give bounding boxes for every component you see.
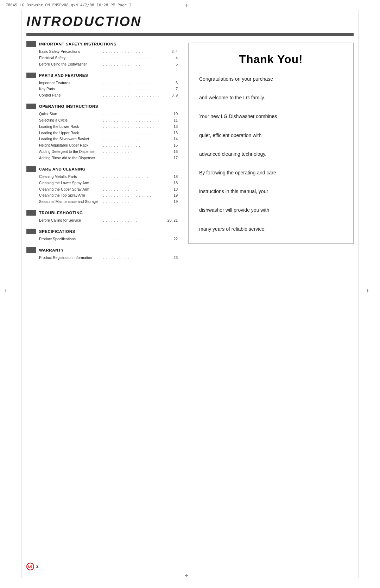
page-footer: LG 2 [26, 563, 39, 570]
toc-entry: Seasonal Maintenance and Storage . . . .… [39, 199, 178, 205]
title-bar [26, 33, 354, 36]
thank-you-box: Thank You! Congratulations on your purch… [188, 43, 354, 244]
toc-entries-troubleshooting: Before Calling for Service . . . . . . .… [39, 217, 178, 224]
thank-you-text: Congratulations on your purchase and wel… [199, 74, 343, 234]
reg-mark-right [367, 291, 374, 298]
page-number: 2 [36, 564, 39, 569]
section-header-warranty: WARRANTY [26, 247, 178, 253]
section-bar-care [26, 166, 36, 172]
section-header-troubleshooting: TROUBLESHOOTING [26, 210, 178, 216]
section-title-parts: PARTS AND FEATURES [39, 73, 88, 78]
section-title-warranty: WARRANTY [39, 248, 64, 252]
section-title-specifications: SPECIFICATIONS [39, 229, 75, 234]
toc-entry: Selecting a Cycle . . . . . . . . . . . … [39, 117, 178, 124]
toc-entry: Before Calling for Service . . . . . . .… [39, 217, 178, 224]
section-header-specifications: SPECIFICATIONS [26, 229, 178, 234]
section-title-care: CARE AND CLEANING [39, 167, 86, 171]
toc-entry: Loading the Upper Rack . . . . . . . . .… [39, 130, 178, 136]
reg-mark-top [186, 6, 194, 13]
section-bar-specifications [26, 229, 36, 234]
toc-entries-parts: Important Features . . . . . . . . . . .… [39, 80, 178, 99]
section-bar-operating [26, 104, 36, 109]
toc-entry: Before Using the Dishwasher . . . . . . … [39, 61, 178, 68]
reg-mark-bottom [186, 575, 194, 582]
section-header-safety: IMPORTANT SAFETY INSTRUCTIONS [26, 41, 178, 47]
toc-entry: Product Specifications . . . . . . . . .… [39, 236, 178, 242]
toc-entries-care: Cleaning Metallic Parts . . . . . . . . … [39, 174, 178, 205]
toc-entry: Product Registration Information . . . .… [39, 255, 178, 261]
thank-you-title: Thank You! [199, 53, 343, 66]
toc-section-safety: IMPORTANT SAFETY INSTRUCTIONS Basic Safe… [26, 41, 178, 68]
page-title: INTRODUCTION [26, 14, 354, 29]
right-column: Thank You! Congratulations on your purch… [188, 41, 354, 266]
reg-mark-left [6, 291, 13, 298]
section-title-troubleshooting: TROUBLESHOOTING [39, 211, 83, 215]
toc-entry: Height Adjustable Upper Rack . . . . . .… [39, 142, 178, 149]
toc-entry: Basic Safety Precautions . . . . . . . .… [39, 49, 178, 55]
section-bar-warranty [26, 247, 36, 253]
toc-entry: Cleaning the Lower Spray Arm . . . . . .… [39, 180, 178, 186]
toc-section-care: CARE AND CLEANING Cleaning Metallic Part… [26, 166, 178, 205]
toc-entry: Control Panel . . . . . . . . . . . . . … [39, 92, 178, 99]
toc-entry: Loading the Lower Rack . . . . . . . . .… [39, 124, 178, 130]
toc-entry: Adding Rinse Aid to the Dispenser . . . … [39, 155, 178, 161]
toc-entries-operating: Quick Start . . . . . . . . . . . . . . … [39, 111, 178, 161]
section-header-parts: PARTS AND FEATURES [26, 73, 178, 78]
toc-entry: Quick Start . . . . . . . . . . . . . . … [39, 111, 178, 117]
toc-entry: Adding Detergent to the Dispenser . . . … [39, 149, 178, 155]
toc-section-warranty: WARRANTY Product Registration Informatio… [26, 247, 178, 261]
section-header-care: CARE AND CLEANING [26, 166, 178, 172]
section-title-operating: OPERATING INSTRUCTIONS [39, 104, 98, 109]
toc-entry: Important Features . . . . . . . . . . .… [39, 80, 178, 86]
toc-entries-warranty: Product Registration Information . . . .… [39, 255, 178, 261]
toc-column: IMPORTANT SAFETY INSTRUCTIONS Basic Safe… [26, 41, 178, 266]
section-bar-parts [26, 73, 36, 78]
section-bar-troubleshooting [26, 210, 36, 216]
toc-entry: Key Parts . . . . . . . . . . . . . . . … [39, 86, 178, 92]
section-title-safety: IMPORTANT SAFETY INSTRUCTIONS [39, 42, 116, 46]
lg-logo: LG [26, 563, 34, 570]
toc-section-specifications: SPECIFICATIONS Product Specifications . … [26, 229, 178, 242]
toc-section-operating: OPERATING INSTRUCTIONS Quick Start . . .… [26, 104, 178, 161]
toc-entries-specifications: Product Specifications . . . . . . . . .… [39, 236, 178, 242]
toc-entry: Cleaning the Top Spray Arm . . . . . . .… [39, 192, 178, 199]
toc-entry: Cleaning the Upper Spray Arm . . . . . .… [39, 186, 178, 193]
toc-entry: Loading the Silverware Basket . . . . . … [39, 136, 178, 142]
toc-entry: Cleaning Metallic Parts . . . . . . . . … [39, 174, 178, 180]
toc-section-parts: PARTS AND FEATURES Important Features . … [26, 73, 178, 99]
toc-entries-safety: Basic Safety Precautions . . . . . . . .… [39, 49, 178, 68]
toc-entry: Electrical Safety . . . . . . . . . . . … [39, 55, 178, 61]
toc-section-troubleshooting: TROUBLESHOOTING Before Calling for Servi… [26, 210, 178, 224]
section-header-operating: OPERATING INSTRUCTIONS [26, 104, 178, 109]
section-bar-safety [26, 41, 36, 47]
main-layout: IMPORTANT SAFETY INSTRUCTIONS Basic Safe… [26, 41, 354, 266]
